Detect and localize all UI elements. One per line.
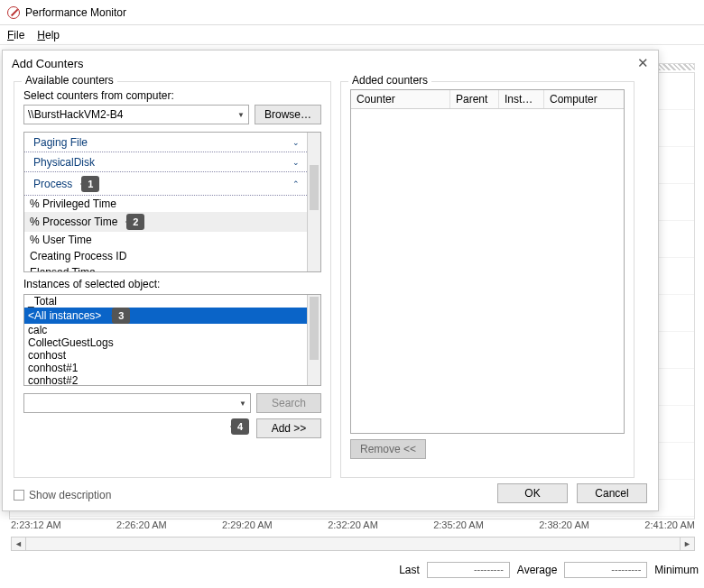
counter-category-physicaldisk[interactable]: PhysicalDisk⌄ [24, 152, 307, 172]
counter-category-process[interactable]: Process 1 ⌃ [24, 172, 307, 196]
show-description-checkbox[interactable]: Show description [14, 489, 111, 501]
instance-item[interactable]: CollectGuestLogs [24, 336, 307, 349]
col-inst[interactable]: Inst… [499, 90, 544, 108]
window-titlebar: Performance Monitor [0, 0, 704, 25]
dialog-titlebar: Add Counters ✕ [3, 51, 658, 76]
avg-value: --------- [564, 562, 647, 578]
menu-help[interactable]: Help [37, 29, 60, 41]
computer-value: \\BurstHackVM2-B4 [28, 108, 123, 121]
col-parent[interactable]: Parent [450, 90, 499, 108]
checkbox-icon [14, 490, 24, 501]
available-counters-group: Available counters Select counters from … [14, 81, 331, 478]
app-icon [7, 6, 20, 19]
counter-item[interactable]: Elapsed Time [24, 264, 307, 271]
col-counter[interactable]: Counter [351, 90, 450, 108]
callout-3: 3 [112, 308, 130, 324]
avg-label: Average [517, 564, 557, 576]
window-title: Performance Monitor [25, 6, 126, 19]
callout-1: 1 [81, 176, 99, 192]
chevron-down-icon: ▼ [239, 400, 246, 408]
instance-search-combo[interactable]: ▼ [23, 393, 251, 413]
instance-item[interactable]: conhost [24, 349, 307, 362]
scroll-right-icon[interactable]: ► [680, 537, 694, 550]
instance-item-all[interactable]: <All instances> 3 [24, 308, 307, 324]
scroll-left-icon[interactable]: ◄ [12, 537, 26, 550]
vertical-scrollbar[interactable] [307, 133, 320, 271]
added-legend: Added counters [348, 74, 431, 87]
computer-combo[interactable]: \\BurstHackVM2-B4 ▼ [23, 105, 249, 124]
counter-item[interactable]: % User Time [24, 232, 307, 248]
browse-button[interactable]: Browse… [255, 105, 321, 124]
instances-label: Instances of selected object: [23, 278, 321, 290]
remove-button[interactable]: Remove << [350, 439, 426, 459]
callout-4: 4 [231, 418, 249, 435]
added-counters-table[interactable]: Counter Parent Inst… Computer [350, 89, 625, 434]
chevron-up-icon: ⌃ [291, 179, 301, 188]
search-button[interactable]: Search [256, 393, 321, 413]
add-button[interactable]: Add >> [256, 418, 321, 438]
chevron-down-icon: ▼ [237, 111, 245, 119]
instance-item[interactable]: conhost#1 [24, 362, 307, 374]
chevron-down-icon: ⌄ [291, 158, 301, 167]
available-legend: Available counters [22, 74, 117, 87]
horizontal-scrollbar[interactable]: ◄ ► [11, 537, 695, 551]
select-from-label: Select counters from computer: [23, 89, 321, 102]
counter-item[interactable]: Creating Process ID [24, 248, 307, 264]
callout-2: 2 [126, 214, 144, 230]
time-axis: 2:23:12 AM2:26:20 AM2:29:20 AM 2:32:20 A… [11, 519, 695, 532]
menu-file[interactable]: File [7, 29, 24, 41]
menubar: File Help [0, 25, 704, 45]
last-label: Last [399, 564, 420, 576]
close-icon[interactable]: ✕ [637, 55, 649, 71]
table-header: Counter Parent Inst… Computer [351, 90, 624, 109]
counter-tree[interactable]: Paging File⌄ PhysicalDisk⌄ Process 1 ⌃ %… [23, 132, 321, 272]
min-label: Minimum [654, 564, 699, 576]
instance-item[interactable]: calc [24, 324, 307, 336]
added-counters-group: Added counters Counter Parent Inst… Comp… [340, 81, 635, 478]
chevron-down-icon: ⌄ [291, 138, 301, 147]
vertical-scrollbar[interactable] [307, 295, 320, 385]
cancel-button[interactable]: Cancel [577, 483, 647, 503]
counter-item-processor-time[interactable]: % Processor Time 2 [24, 212, 307, 232]
counter-category-paging-file[interactable]: Paging File⌄ [24, 133, 307, 152]
add-counters-dialog: Add Counters ✕ Available counters Select… [2, 50, 659, 511]
dialog-title: Add Counters [12, 57, 84, 70]
instance-item[interactable]: _Total [24, 295, 307, 308]
counter-item[interactable]: % Privileged Time [24, 196, 307, 212]
stats-row: Last --------- Average --------- Minimum [0, 559, 704, 581]
col-computer[interactable]: Computer [544, 90, 624, 108]
last-value: --------- [427, 562, 510, 578]
instance-item[interactable]: conhost#2 [24, 374, 307, 385]
instances-list[interactable]: _Total <All instances> 3 calc CollectGue… [23, 294, 321, 386]
ok-button[interactable]: OK [497, 483, 568, 503]
